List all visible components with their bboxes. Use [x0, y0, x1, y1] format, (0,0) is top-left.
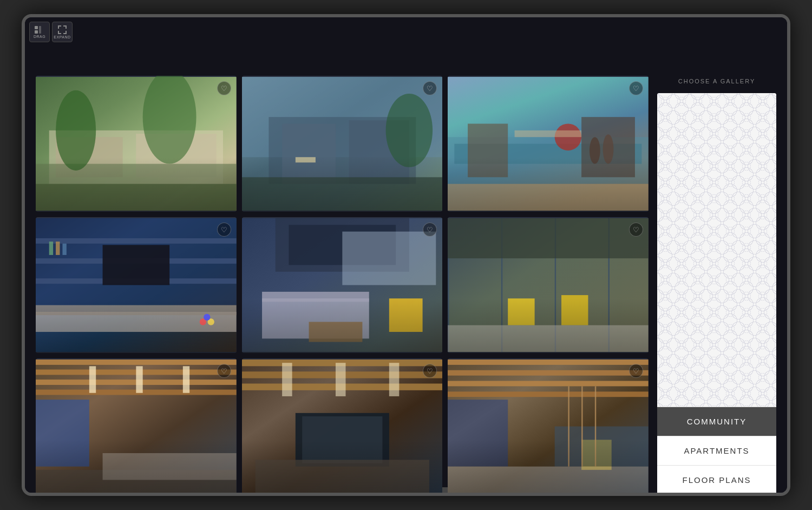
- svg-rect-2: [39, 26, 41, 34]
- sidebar: CHOOSE A GALLERY COMMUNITY APARTMENTS FL…: [657, 76, 776, 494]
- main-content: ♡: [25, 38, 787, 496]
- favorite-icon[interactable]: ♡: [629, 81, 643, 95]
- svg-rect-10: [36, 184, 237, 211]
- svg-point-8: [56, 90, 96, 171]
- svg-rect-42: [62, 244, 66, 255]
- svg-rect-22: [468, 123, 508, 177]
- svg-rect-82: [448, 359, 649, 365]
- svg-rect-0: [35, 26, 38, 29]
- svg-rect-56: [448, 218, 649, 258]
- svg-point-28: [603, 134, 614, 164]
- svg-rect-90: [568, 387, 569, 467]
- gallery-item[interactable]: ♡: [36, 217, 237, 353]
- svg-rect-49: [309, 322, 362, 342]
- gallery-item[interactable]: ♡: [36, 358, 237, 494]
- svg-rect-25: [448, 184, 649, 211]
- svg-rect-14: [282, 123, 336, 184]
- gallery-item[interactable]: ♡: [242, 358, 443, 494]
- svg-rect-75: [282, 363, 292, 396]
- svg-rect-66: [136, 367, 142, 393]
- gallery-item[interactable]: ♡: [36, 76, 237, 212]
- svg-rect-40: [49, 241, 53, 255]
- gallery-pattern: [657, 93, 776, 407]
- svg-rect-61: [36, 359, 237, 365]
- gallery-menu-floor-plans[interactable]: FLOOR PLANS: [657, 465, 776, 494]
- svg-rect-89: [448, 467, 649, 493]
- svg-rect-76: [336, 363, 346, 396]
- screen: DRAG EXPAND: [25, 17, 787, 493]
- svg-rect-85: [448, 392, 649, 397]
- svg-rect-83: [448, 370, 649, 376]
- svg-rect-79: [302, 416, 382, 463]
- svg-rect-59: [448, 325, 649, 352]
- svg-rect-1: [35, 30, 38, 34]
- svg-rect-41: [56, 241, 60, 255]
- favorite-icon[interactable]: ♡: [217, 364, 231, 378]
- svg-rect-65: [89, 367, 96, 393]
- svg-rect-84: [448, 381, 649, 387]
- svg-rect-86: [448, 400, 508, 467]
- svg-rect-46: [342, 232, 436, 285]
- gallery-item[interactable]: ♡: [242, 76, 443, 212]
- svg-rect-26: [515, 130, 582, 137]
- svg-point-27: [590, 137, 600, 164]
- gallery-item[interactable]: ♡: [448, 76, 649, 212]
- gallery-item[interactable]: ♡: [448, 358, 649, 494]
- svg-rect-92: [595, 387, 596, 467]
- gallery-panel: COMMUNITY APARTMENTS FLOOR PLANS: [657, 93, 776, 494]
- gallery-item[interactable]: ♡: [448, 217, 649, 353]
- svg-point-24: [555, 123, 581, 150]
- svg-rect-77: [389, 363, 399, 396]
- svg-rect-57: [508, 298, 535, 325]
- gallery-menu-community[interactable]: COMMUNITY: [657, 407, 776, 436]
- gallery-menu: COMMUNITY APARTMENTS FLOOR PLANS: [657, 407, 776, 494]
- favorite-icon[interactable]: ♡: [629, 223, 643, 237]
- svg-point-18: [385, 94, 432, 167]
- gallery-grid: ♡: [36, 76, 649, 494]
- svg-rect-36: [36, 305, 237, 316]
- svg-rect-91: [581, 387, 582, 467]
- monitor: DRAG EXPAND: [22, 14, 790, 496]
- svg-rect-68: [36, 400, 89, 467]
- svg-rect-48: [262, 292, 369, 302]
- choose-gallery-label: CHOOSE A GALLERY: [657, 76, 776, 87]
- svg-rect-34: [103, 245, 170, 285]
- svg-rect-67: [183, 367, 189, 393]
- favorite-icon[interactable]: ♡: [217, 223, 231, 237]
- svg-rect-50: [389, 298, 422, 332]
- svg-rect-80: [255, 460, 429, 494]
- svg-rect-70: [103, 453, 237, 480]
- svg-rect-16: [296, 157, 316, 162]
- svg-rect-31: [36, 238, 237, 244]
- gallery-item[interactable]: ♡: [242, 217, 443, 353]
- svg-rect-58: [561, 295, 588, 325]
- gallery-menu-apartments[interactable]: APARTMENTS: [657, 436, 776, 465]
- svg-rect-17: [242, 177, 443, 211]
- svg-point-39: [204, 314, 210, 321]
- favorite-icon[interactable]: ♡: [217, 81, 231, 95]
